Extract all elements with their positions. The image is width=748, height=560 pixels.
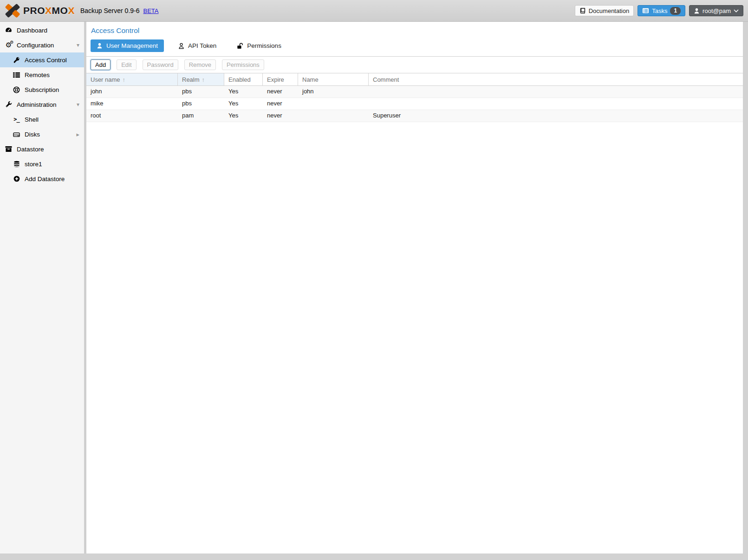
user-solid-icon	[97, 43, 103, 49]
user-menu-label: root@pam	[702, 7, 731, 14]
tab-user-management[interactable]: User Management	[91, 39, 164, 52]
chevron-down-icon	[734, 9, 739, 13]
cell-name: john	[298, 86, 369, 98]
sidebar-item-add-datastore[interactable]: Add Datastore	[0, 171, 84, 186]
database-icon	[13, 161, 20, 167]
book-icon	[579, 7, 586, 14]
remove-button[interactable]: Remove	[184, 59, 216, 70]
column-header-realm[interactable]: Realm ↑	[178, 73, 224, 85]
column-header-name[interactable]: Name	[298, 73, 369, 85]
edit-button[interactable]: Edit	[117, 59, 136, 70]
cell-comment: Superuser	[369, 110, 743, 122]
cell-expire: never	[263, 86, 298, 98]
table-header-row: User name ↑ Realm ↑ Enabled Expire Name …	[86, 73, 743, 86]
column-header-expire[interactable]: Expire	[263, 73, 298, 85]
sidebar-item-administration[interactable]: Administration ▾	[0, 97, 84, 112]
gears-icon: ⚙⚙	[5, 42, 13, 49]
cell-comment	[369, 86, 743, 98]
sidebar-item-label: Remotes	[25, 72, 50, 78]
cell-enabled: Yes	[224, 98, 263, 110]
terminal-icon: >_	[13, 116, 20, 123]
main-panel: Access Control User Management API Token…	[86, 22, 743, 553]
top-bar: PROXMOX Backup Server 0.9-6 BETA Documen…	[0, 0, 748, 22]
sort-asc-icon: ↑	[123, 74, 126, 85]
archive-box-icon	[5, 146, 13, 152]
sidebar-item-label: Dashboard	[17, 27, 47, 34]
cell-realm: pbs	[178, 86, 224, 98]
page-title: Access Control	[86, 22, 743, 38]
sidebar-item-shell[interactable]: >_ Shell	[0, 112, 84, 127]
tasks-button[interactable]: Tasks 1	[637, 5, 685, 16]
cell-realm: pam	[178, 110, 224, 122]
hdd-icon	[13, 131, 20, 137]
unlock-icon	[237, 43, 243, 49]
table-row-root[interactable]: root pam Yes never Superuser	[86, 110, 743, 122]
plus-circle-icon	[13, 176, 20, 182]
tab-bar: User Management API Token Permissions	[86, 38, 743, 57]
cell-enabled: Yes	[224, 86, 263, 98]
wrench-icon	[5, 101, 13, 108]
product-version: Backup Server 0.9-6	[80, 7, 140, 14]
cell-username: mike	[86, 98, 178, 110]
column-header-comment[interactable]: Comment	[369, 73, 743, 85]
sidebar-item-configuration[interactable]: ⚙⚙ Configuration ▾	[0, 38, 84, 52]
collapse-caret-icon[interactable]: ▾	[77, 42, 79, 48]
expand-caret-icon[interactable]: ▸	[76, 131, 79, 138]
add-button[interactable]: Add	[91, 59, 111, 70]
collapse-caret-icon[interactable]: ▾	[77, 101, 79, 108]
cell-name	[298, 110, 369, 122]
user-outline-icon	[178, 43, 184, 49]
life-ring-icon	[13, 86, 20, 93]
beta-link[interactable]: BETA	[143, 7, 159, 14]
sidebar-item-label: Disks	[25, 131, 40, 138]
tab-label: API Token	[188, 42, 216, 49]
password-button[interactable]: Password	[143, 59, 178, 70]
sidebar-item-label: store1	[25, 161, 42, 168]
sidebar-item-remotes[interactable]: Remotes	[0, 67, 84, 82]
sidebar-item-label: Configuration	[17, 42, 54, 49]
table-row-mike[interactable]: mike pbs Yes never	[86, 98, 743, 110]
sort-asc-icon: ↑	[202, 74, 205, 85]
cell-name	[298, 98, 369, 110]
sidebar-item-datastore[interactable]: Datastore	[0, 142, 84, 156]
column-header-username[interactable]: User name ↑	[86, 73, 178, 85]
sidebar-item-label: Access Control	[25, 57, 67, 64]
brand-wordmark: PROXMOX	[23, 5, 75, 16]
cell-expire: never	[263, 98, 298, 110]
tasks-label: Tasks	[652, 7, 667, 14]
table-row-john[interactable]: john pbs Yes never john	[86, 86, 743, 98]
user-menu-button[interactable]: root@pam	[689, 5, 743, 16]
tab-api-token[interactable]: API Token	[172, 39, 222, 52]
sidebar-item-label: Administration	[17, 101, 57, 108]
cell-comment	[369, 98, 743, 110]
tachometer-icon	[5, 27, 13, 34]
sidebar-item-label: Subscription	[25, 86, 59, 93]
proxmox-logo-icon	[5, 4, 20, 18]
tab-permissions[interactable]: Permissions	[231, 39, 287, 52]
grid-toolbar: Add Edit Password Remove Permissions	[86, 57, 743, 73]
cell-expire: never	[263, 110, 298, 122]
sidebar-item-store1[interactable]: store1	[0, 156, 84, 171]
permissions-button[interactable]: Permissions	[222, 59, 264, 70]
server-list-icon	[13, 72, 20, 78]
cell-enabled: Yes	[224, 110, 263, 122]
users-table: User name ↑ Realm ↑ Enabled Expire Name …	[86, 73, 743, 122]
documentation-label: Documentation	[589, 7, 629, 14]
sidebar-item-disks[interactable]: Disks ▸	[0, 127, 84, 142]
tab-label: User Management	[106, 42, 158, 49]
sidebar-item-label: Datastore	[17, 146, 44, 153]
cell-realm: pbs	[178, 98, 224, 110]
documentation-button[interactable]: Documentation	[575, 5, 634, 16]
sidebar-item-label: Shell	[25, 116, 39, 123]
sidebar-item-label: Add Datastore	[25, 176, 65, 182]
sidebar-item-dashboard[interactable]: Dashboard	[0, 23, 84, 38]
tasks-count-badge: 1	[670, 7, 681, 15]
cell-username: root	[86, 110, 178, 122]
sidebar-nav: Dashboard ⚙⚙ Configuration ▾ Access Cont…	[0, 22, 84, 553]
cell-username: john	[86, 86, 178, 98]
sidebar-item-access-control[interactable]: Access Control	[0, 52, 84, 67]
column-header-enabled[interactable]: Enabled	[224, 73, 263, 85]
sidebar-item-subscription[interactable]: Subscription	[0, 82, 84, 97]
task-list-icon	[642, 7, 649, 14]
proxmox-brand: PROXMOX	[5, 4, 75, 18]
